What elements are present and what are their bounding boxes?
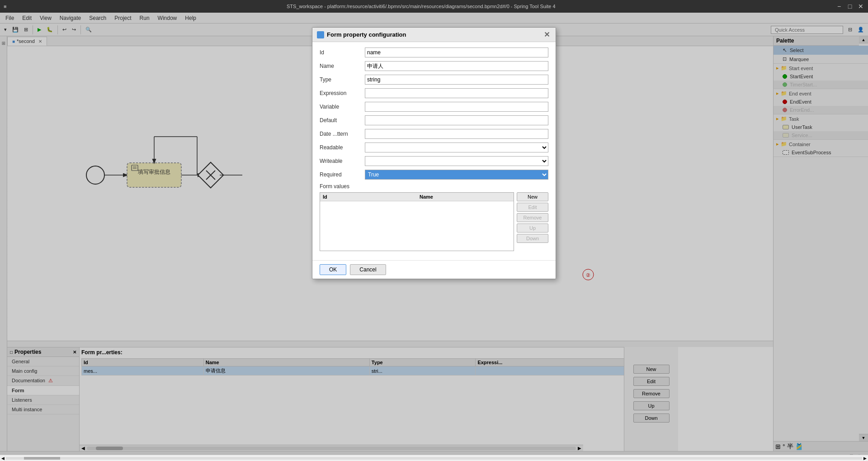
- form-values-table: Id Name: [320, 193, 514, 201]
- field-datepattern-row: Date ...ttern: [320, 129, 548, 139]
- field-variable-label: Variable: [320, 104, 365, 110]
- dialog-header-icon: [317, 31, 324, 38]
- dialog-title: Form property configuration: [327, 31, 406, 38]
- field-datepattern-input[interactable]: [365, 129, 548, 139]
- fv-remove-button[interactable]: Remove: [517, 213, 548, 222]
- modal-overlay: Form property configuration ✕ Id Name Ty…: [0, 0, 868, 461]
- form-values-label: Form values: [320, 183, 548, 190]
- field-default-row: Default: [320, 115, 548, 125]
- field-readable-row: Readable true false: [320, 143, 548, 152]
- field-default-input[interactable]: [365, 115, 548, 125]
- field-expression-label: Expression: [320, 90, 365, 96]
- dialog-close-button[interactable]: ✕: [542, 30, 551, 39]
- fv-up-button[interactable]: Up: [517, 223, 548, 233]
- field-required-row: Required True false: [320, 170, 548, 180]
- field-default-label: Default: [320, 117, 365, 124]
- field-variable-input[interactable]: [365, 102, 548, 112]
- field-writeable-row: Writeable true false: [320, 156, 548, 166]
- form-property-dialog: Form property configuration ✕ Id Name Ty…: [312, 27, 556, 279]
- field-id-input[interactable]: [365, 48, 548, 57]
- field-required-label: Required: [320, 171, 365, 178]
- form-values-area: Id Name ◀ ▶: [320, 192, 548, 251]
- fv-new-button[interactable]: New: [517, 192, 548, 201]
- field-expression-row: Expression: [320, 88, 548, 98]
- form-values-table-area: Id Name ◀ ▶: [320, 192, 514, 251]
- field-type-input[interactable]: [365, 75, 548, 85]
- field-readable-label: Readable: [320, 144, 365, 151]
- field-writeable-label: Writeable: [320, 158, 365, 164]
- field-name-label: Name: [320, 63, 365, 69]
- fv-col-name: Name: [417, 193, 514, 201]
- fv-edit-button[interactable]: Edit: [517, 203, 548, 212]
- field-expression-input[interactable]: [365, 88, 548, 98]
- field-datepattern-label: Date ...ttern: [320, 131, 365, 137]
- fv-col-id: Id: [320, 193, 417, 201]
- field-variable-row: Variable: [320, 102, 548, 112]
- dialog-footer: OK Cancel: [312, 260, 556, 279]
- field-type-row: Type: [320, 75, 548, 85]
- dialog-cancel-button[interactable]: Cancel: [350, 264, 386, 275]
- field-writeable-select[interactable]: true false: [365, 156, 548, 166]
- field-readable-select[interactable]: true false: [365, 143, 548, 152]
- dialog-ok-button[interactable]: OK: [320, 264, 346, 275]
- field-id-label: Id: [320, 49, 365, 56]
- field-type-label: Type: [320, 76, 365, 83]
- fv-down-button[interactable]: Down: [517, 234, 548, 243]
- field-id-row: Id: [320, 48, 548, 57]
- field-name-input[interactable]: [365, 61, 548, 71]
- dialog-header: Form property configuration ✕: [312, 28, 556, 42]
- dialog-body: Id Name Type Expression: [312, 42, 556, 260]
- form-values-buttons: New Edit Remove Up Down: [517, 192, 548, 251]
- field-required-select[interactable]: True false: [365, 170, 548, 180]
- field-name-row: Name: [320, 61, 548, 71]
